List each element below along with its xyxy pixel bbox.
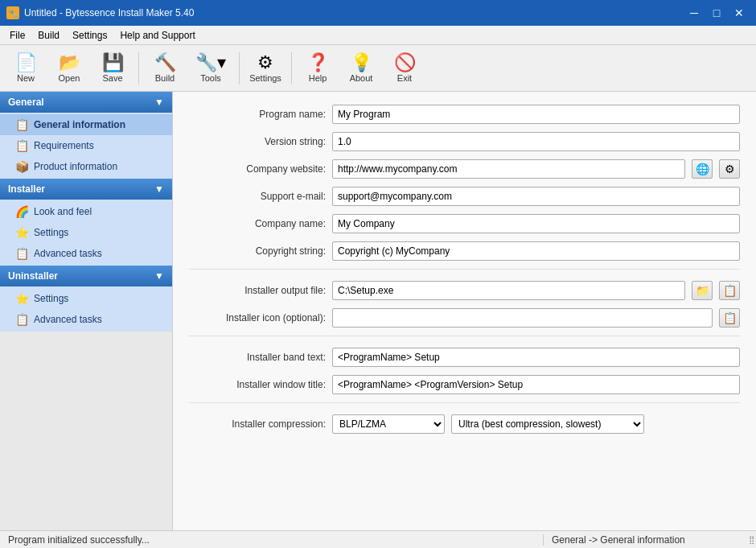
- sidebar-item-look-and-feel[interactable]: 🌈 Look and feel: [0, 201, 172, 222]
- sidebar-section-uninstaller-label: Uninstaller: [8, 270, 58, 282]
- installer-settings-icon: ⭐: [14, 226, 29, 239]
- sidebar-item-uninstaller-advanced[interactable]: 📋 Advanced tasks: [0, 309, 172, 330]
- title-bar-controls: ─ □ ✕: [684, 4, 750, 22]
- about-button[interactable]: 💡 About: [340, 48, 382, 89]
- sidebar-section-installer[interactable]: Installer ▼: [0, 179, 172, 200]
- menu-settings[interactable]: Settings: [66, 28, 113, 43]
- form-row-copyright-string: Copyright string:: [189, 241, 740, 261]
- sidebar-item-uninstaller-advanced-label: Advanced tasks: [34, 314, 102, 325]
- title-bar-left: 🔧 Untitled - Bytessence Install Maker 5.…: [6, 6, 194, 19]
- installer-window-title-input[interactable]: [332, 375, 740, 394]
- general-chevron-icon: ▼: [154, 97, 164, 108]
- sidebar-item-installer-advanced[interactable]: 📋 Advanced tasks: [0, 243, 172, 264]
- compression-type-select[interactable]: BLP/LZMA BLP/LZ BLP/None ZIP: [332, 414, 445, 434]
- menu-file[interactable]: File: [3, 28, 31, 43]
- exit-label: Exit: [397, 73, 412, 83]
- save-icon: 💾: [102, 54, 124, 72]
- open-icon: 📂: [59, 54, 80, 72]
- requirements-icon: 📋: [14, 139, 29, 152]
- menu-help[interactable]: Help and Support: [113, 28, 201, 43]
- settings-icon: ⚙: [257, 54, 273, 72]
- installer-icon-extra-button[interactable]: 📋: [719, 308, 740, 328]
- installer-output-input[interactable]: [332, 281, 685, 300]
- installer-icon-input[interactable]: [332, 308, 713, 328]
- title-bar: 🔧 Untitled - Bytessence Install Maker 5.…: [0, 0, 756, 26]
- settings-button[interactable]: ⚙ Settings: [244, 48, 286, 89]
- exit-icon: 🚫: [394, 54, 416, 72]
- installer-icon-label: Installer icon (optional):: [189, 312, 326, 323]
- company-website-input[interactable]: [332, 159, 685, 179]
- installer-band-label: Installer band text:: [189, 352, 326, 363]
- program-name-input[interactable]: [332, 105, 740, 124]
- app-icon: 🔧: [6, 6, 19, 19]
- uninstaller-settings-icon: ⭐: [14, 292, 29, 305]
- new-icon: 📄: [15, 54, 37, 72]
- form-row-installer-icon: Installer icon (optional): 📋: [189, 308, 740, 328]
- separator-2: [189, 336, 740, 336]
- build-button[interactable]: 🔨 Build: [144, 48, 186, 89]
- sidebar: General ▼ 📋 General information 📋 Requir…: [0, 92, 173, 530]
- resize-grip-icon: ⣿: [745, 535, 756, 544]
- sidebar-item-product-information[interactable]: 📦 Product information: [0, 156, 172, 177]
- maximize-button[interactable]: □: [706, 4, 727, 22]
- support-email-input[interactable]: [332, 187, 740, 206]
- company-name-input[interactable]: [332, 214, 740, 233]
- version-string-input[interactable]: [332, 132, 740, 151]
- sidebar-section-uninstaller[interactable]: Uninstaller ▼: [0, 266, 172, 286]
- sidebar-item-general-information-label: General information: [34, 119, 125, 130]
- copyright-string-input[interactable]: [332, 241, 740, 261]
- general-info-icon: 📋: [14, 118, 29, 131]
- save-button[interactable]: 💾 Save: [92, 48, 134, 89]
- form-area: Program name: Version string: Company we…: [173, 92, 756, 530]
- sidebar-item-installer-settings[interactable]: ⭐ Settings: [0, 222, 172, 243]
- form-row-installer-compression: Installer compression: BLP/LZMA BLP/LZ B…: [189, 414, 740, 434]
- new-label: New: [17, 73, 35, 83]
- sidebar-section-installer-label: Installer: [8, 183, 45, 195]
- help-label: Help: [309, 73, 327, 83]
- minimize-button[interactable]: ─: [684, 4, 705, 22]
- status-message: Program initialized successfully...: [0, 534, 544, 546]
- form-row-program-name: Program name:: [189, 105, 740, 124]
- installer-output-label: Installer output file:: [189, 285, 326, 296]
- open-button[interactable]: 📂 Open: [48, 48, 90, 89]
- form-row-company-website: Company website: 🌐 ⚙: [189, 159, 740, 179]
- sidebar-item-look-and-feel-label: Look and feel: [34, 206, 92, 217]
- toolbar: 📄 New 📂 Open 💾 Save 🔨 Build 🔧▾ Tools ⚙ S…: [0, 45, 756, 92]
- tools-label: Tools: [200, 73, 221, 83]
- toolbar-sep-1: [138, 52, 139, 84]
- status-path: General -> General information: [544, 534, 745, 546]
- compression-level-select[interactable]: Ultra (best compression, slowest) High N…: [451, 414, 644, 434]
- installer-advanced-icon: 📋: [14, 247, 29, 260]
- help-button[interactable]: ❓ Help: [297, 48, 339, 89]
- tools-button[interactable]: 🔧▾ Tools: [187, 48, 234, 89]
- installer-band-input[interactable]: [332, 348, 740, 367]
- form-row-support-email: Support e-mail:: [189, 187, 740, 206]
- menu-build[interactable]: Build: [31, 28, 66, 43]
- new-button[interactable]: 📄 New: [5, 48, 47, 89]
- installer-output-extra-button[interactable]: 📋: [719, 281, 740, 300]
- uninstaller-advanced-icon: 📋: [14, 313, 29, 326]
- installer-output-browse-button[interactable]: 📁: [692, 281, 713, 300]
- settings-label: Settings: [249, 73, 281, 83]
- sidebar-section-general[interactable]: General ▼: [0, 92, 172, 113]
- sidebar-item-requirements[interactable]: 📋 Requirements: [0, 135, 172, 156]
- sidebar-item-installer-settings-label: Settings: [34, 227, 68, 238]
- separator-1: [189, 269, 740, 270]
- installer-compression-label: Installer compression:: [189, 418, 326, 430]
- company-website-extra-button[interactable]: ⚙: [719, 159, 740, 179]
- look-and-feel-icon: 🌈: [14, 205, 29, 218]
- toolbar-sep-2: [239, 52, 240, 84]
- sidebar-section-general-label: General: [8, 97, 44, 108]
- compression-controls: BLP/LZMA BLP/LZ BLP/None ZIP Ultra (best…: [332, 414, 644, 434]
- sidebar-uninstaller-items: ⭐ Settings 📋 Advanced tasks: [0, 286, 172, 332]
- company-website-browse-button[interactable]: 🌐: [692, 159, 713, 179]
- form-row-installer-output: Installer output file: 📁 📋: [189, 281, 740, 300]
- sidebar-item-general-information[interactable]: 📋 General information: [0, 114, 172, 135]
- help-icon: ❓: [307, 54, 329, 72]
- sidebar-item-uninstaller-settings[interactable]: ⭐ Settings: [0, 288, 172, 309]
- close-button[interactable]: ✕: [729, 4, 750, 22]
- toolbar-sep-3: [291, 52, 292, 84]
- form-row-installer-window-title: Installer window title:: [189, 375, 740, 394]
- exit-button[interactable]: 🚫 Exit: [384, 48, 425, 89]
- form-row-version-string: Version string:: [189, 132, 740, 151]
